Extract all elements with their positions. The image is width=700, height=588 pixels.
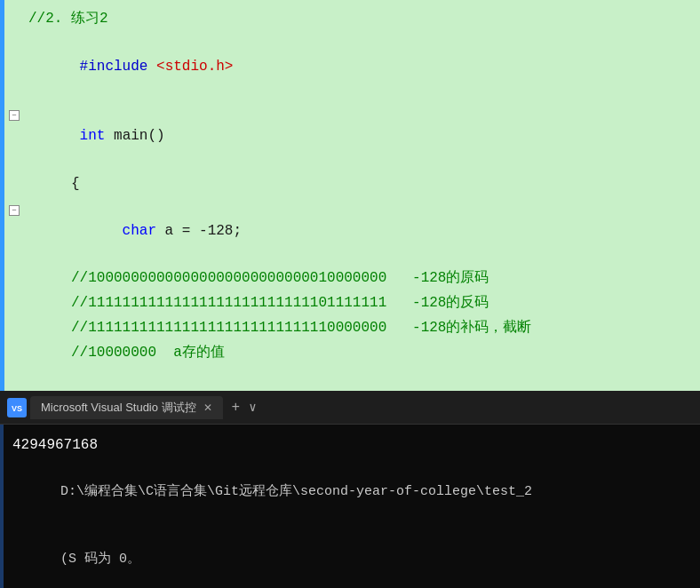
line-5-text: char a = -128; bbox=[71, 198, 242, 266]
terminal-output-number: 4294967168 bbox=[12, 433, 688, 457]
terminal-content: 4294967168 D:\编程合集\C语言合集\Git远程仓库\second-… bbox=[0, 425, 700, 588]
code-line-6: //10000000000000000000000000010000000 -1… bbox=[0, 266, 700, 291]
int-keyword: int bbox=[80, 128, 106, 144]
line-6-comment: //10000000000000000000000000010000000 -1… bbox=[71, 267, 489, 290]
char-keyword: char bbox=[123, 223, 156, 239]
line-8-comment: //11111111111111111111111111110000000 -1… bbox=[71, 317, 531, 340]
include-space bbox=[147, 59, 156, 75]
vs-icon: VS bbox=[7, 398, 27, 417]
collapse-btn-5[interactable]: − bbox=[9, 205, 20, 216]
code-line-4: { bbox=[0, 172, 700, 197]
line-10-text: printf("%u\n", a); bbox=[71, 367, 275, 391]
include-keyword: #include bbox=[80, 59, 148, 75]
gutter-5: − bbox=[0, 205, 28, 216]
line-3-text: int main() bbox=[28, 103, 165, 171]
code-line-5: − char a = -128; bbox=[0, 197, 700, 267]
gutter-3: − bbox=[0, 110, 28, 121]
char-rest: a = -128; bbox=[156, 223, 242, 239]
main-func: main() bbox=[105, 128, 164, 144]
line-9-comment: //10000000 a存的值 bbox=[71, 342, 225, 365]
terminal-add-tab[interactable]: + bbox=[227, 400, 246, 416]
terminal-tab-active[interactable]: Microsoft Visual Studio 调试控 ✕ bbox=[30, 396, 223, 419]
line-7-comment: //11111111111111111111111111101111111 -1… bbox=[71, 292, 489, 315]
code-line-10: printf("%u\n", a); bbox=[0, 366, 700, 391]
code-line-8: //11111111111111111111111111110000000 -1… bbox=[0, 316, 700, 341]
terminal-tab-bar: VS Microsoft Visual Studio 调试控 ✕ + ∨ bbox=[0, 391, 700, 425]
line-4-brace: { bbox=[71, 173, 80, 196]
terminal-tab-close[interactable]: ✕ bbox=[203, 401, 212, 414]
code-line-7: //11111111111111111111111111101111111 -1… bbox=[0, 291, 700, 316]
terminal-scrollbar[interactable] bbox=[0, 425, 4, 588]
code-editor: //2. 练习2 #include <stdio.h> − int main()… bbox=[0, 0, 700, 391]
terminal-path-line: D:\编程合集\C语言合集\Git远程仓库\second-year-of-col… bbox=[12, 457, 688, 526]
code-line-2: #include <stdio.h> bbox=[0, 32, 700, 102]
code-line-1: //2. 练习2 bbox=[0, 7, 700, 32]
terminal-panel: VS Microsoft Visual Studio 调试控 ✕ + ∨ 429… bbox=[0, 391, 700, 588]
vs-logo-icon: VS bbox=[10, 401, 24, 415]
terminal-status-prefix: (S bbox=[60, 552, 84, 567]
include-header: <stdio.h> bbox=[156, 59, 233, 75]
terminal-tab-label: Microsoft Visual Studio 调试控 bbox=[41, 400, 196, 416]
terminal-status-line: (S 码为 0。 bbox=[12, 526, 688, 588]
line-1-text: //2. 练习2 bbox=[28, 8, 108, 31]
svg-text:VS: VS bbox=[12, 404, 22, 413]
code-line-9: //10000000 a存的值 bbox=[0, 341, 700, 366]
line-2-text: #include <stdio.h> bbox=[28, 33, 233, 101]
collapse-btn-3[interactable]: − bbox=[9, 110, 20, 121]
terminal-chevron-down[interactable]: ∨ bbox=[249, 400, 256, 415]
code-line-3: − int main() bbox=[0, 102, 700, 172]
terminal-path-text: D:\编程合集\C语言合集\Git远程仓库\second-year-of-col… bbox=[60, 484, 532, 499]
terminal-status-text: 码为 0。 bbox=[84, 552, 140, 567]
